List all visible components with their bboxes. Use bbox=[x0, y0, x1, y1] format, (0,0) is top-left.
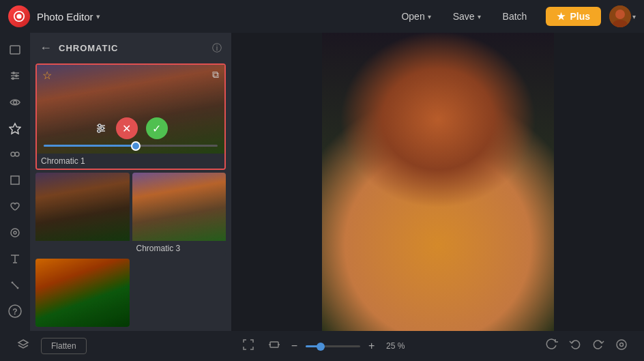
svg-marker-33 bbox=[18, 340, 28, 345]
svg-point-9 bbox=[12, 72, 15, 74]
active-overlay: ☆ ⧉ bbox=[37, 65, 224, 154]
filter-item-chromatic4[interactable] bbox=[35, 259, 130, 327]
svg-point-11 bbox=[12, 77, 14, 80]
expand-icon[interactable] bbox=[265, 336, 283, 357]
zoom-value: 25 % bbox=[383, 341, 405, 351]
filter-slider[interactable] bbox=[37, 145, 224, 154]
eye-tool-button[interactable] bbox=[3, 91, 27, 114]
bottom-bar: Flatten − + 25 % bbox=[0, 331, 644, 361]
filter-back-button[interactable]: ← bbox=[40, 41, 52, 55]
filter-header: ← CHROMATIC ⓘ bbox=[30, 33, 231, 63]
plus-star-icon: ★ bbox=[557, 11, 566, 22]
svg-rect-5 bbox=[10, 46, 20, 54]
favorite-star-icon[interactable]: ☆ bbox=[42, 69, 52, 82]
app-title-chevron[interactable]: ▾ bbox=[96, 12, 100, 21]
avatar-chevron[interactable]: ▾ bbox=[632, 13, 636, 20]
svg-point-37 bbox=[617, 340, 626, 349]
main-photo-content bbox=[322, 33, 554, 331]
bottom-left-controls: Flatten bbox=[14, 335, 87, 358]
zoom-thumb bbox=[317, 343, 325, 351]
help-button[interactable]: ? bbox=[3, 300, 27, 323]
filter-panel-title: CHROMATIC bbox=[59, 43, 205, 53]
svg-point-38 bbox=[620, 343, 624, 346]
confirm-filter-button[interactable]: ✓ bbox=[146, 117, 168, 139]
filter-item-chromatic2[interactable] bbox=[35, 173, 130, 256]
svg-text:?: ? bbox=[12, 306, 17, 316]
open-chevron: ▾ bbox=[428, 13, 431, 20]
svg-point-10 bbox=[15, 74, 18, 77]
filter-item-chromatic3[interactable]: Chromatic 3 bbox=[132, 173, 226, 256]
copy-filter-icon[interactable]: ⧉ bbox=[212, 69, 219, 82]
zoom-minus-button[interactable]: − bbox=[291, 340, 297, 352]
svg-point-3 bbox=[615, 10, 625, 19]
filter-thumb-chromatic3 bbox=[132, 173, 226, 241]
svg-rect-34 bbox=[270, 342, 278, 347]
save-menu[interactable]: Save ▾ bbox=[445, 7, 489, 26]
save-chevron: ▾ bbox=[478, 13, 481, 20]
cancel-icon: ✕ bbox=[122, 122, 131, 135]
crop-tool-button[interactable] bbox=[3, 169, 27, 192]
avatar[interactable] bbox=[609, 5, 631, 27]
undo-button[interactable] bbox=[566, 336, 584, 357]
canvas-area bbox=[231, 33, 644, 331]
filter-grid: ☆ ⧉ bbox=[30, 63, 231, 331]
effects-tool-button[interactable] bbox=[3, 143, 27, 166]
image-tool-button[interactable] bbox=[3, 38, 27, 61]
filter-label-chromatic3: Chromatic 3 bbox=[132, 241, 226, 256]
shape-tool-button[interactable] bbox=[3, 221, 27, 244]
adjust-icon[interactable] bbox=[94, 121, 108, 135]
cancel-filter-button[interactable]: ✕ bbox=[116, 117, 138, 139]
icon-sidebar: ? bbox=[0, 33, 30, 331]
bottom-center-controls: − + 25 % bbox=[239, 336, 405, 357]
batch-button[interactable]: Batch bbox=[495, 7, 536, 26]
history-button[interactable] bbox=[613, 336, 630, 357]
zoom-plus-button[interactable]: + bbox=[368, 340, 375, 352]
main-photo bbox=[322, 33, 554, 331]
main-area: ? ← CHROMATIC ⓘ ☆ ⧉ bbox=[0, 33, 644, 331]
svg-point-17 bbox=[11, 229, 19, 237]
svg-rect-16 bbox=[11, 176, 19, 184]
app-title: Photo Editor bbox=[37, 11, 93, 23]
adjustments-tool-button[interactable] bbox=[3, 64, 27, 87]
filter-item-chromatic1[interactable]: ☆ ⧉ bbox=[35, 63, 226, 170]
brush-tool-button[interactable] bbox=[3, 273, 27, 296]
topbar-nav: Open ▾ Save ▾ Batch bbox=[393, 7, 535, 26]
svg-marker-13 bbox=[10, 124, 20, 134]
filter-thumb-chromatic2 bbox=[35, 173, 130, 241]
svg-point-12 bbox=[14, 100, 17, 104]
confirm-icon: ✓ bbox=[152, 122, 161, 135]
filter-panel: ← CHROMATIC ⓘ ☆ ⧉ bbox=[30, 33, 231, 331]
redo-button[interactable] bbox=[589, 336, 607, 357]
flatten-button[interactable]: Flatten bbox=[41, 338, 87, 354]
svg-point-32 bbox=[98, 130, 100, 132]
zoom-slider[interactable] bbox=[306, 345, 360, 347]
app-logo[interactable] bbox=[8, 5, 30, 27]
topbar: Photo Editor ▾ Open ▾ Save ▾ Batch ★ Plu… bbox=[0, 0, 644, 33]
filter-thumb-chromatic4 bbox=[35, 259, 130, 327]
fullscreen-icon[interactable] bbox=[239, 336, 257, 357]
svg-point-18 bbox=[14, 231, 16, 234]
svg-point-31 bbox=[101, 127, 104, 130]
svg-point-14 bbox=[11, 152, 15, 156]
svg-point-30 bbox=[98, 124, 101, 127]
filter-info-button[interactable]: ⓘ bbox=[212, 42, 222, 55]
svg-point-1 bbox=[16, 14, 21, 18]
rotate-icon[interactable] bbox=[543, 336, 561, 357]
filters-tool-button[interactable] bbox=[3, 117, 27, 140]
svg-point-15 bbox=[15, 152, 19, 156]
filter-label-chromatic1: Chromatic 1 bbox=[37, 154, 224, 169]
open-menu[interactable]: Open ▾ bbox=[393, 7, 439, 26]
favorites-tool-button[interactable] bbox=[3, 195, 27, 218]
text-tool-button[interactable] bbox=[3, 247, 27, 270]
filter-thumb-chromatic1: ☆ ⧉ bbox=[37, 65, 224, 154]
bottom-right-controls bbox=[543, 336, 630, 357]
layers-icon[interactable] bbox=[14, 335, 33, 358]
plus-button[interactable]: ★ Plus bbox=[546, 7, 601, 26]
